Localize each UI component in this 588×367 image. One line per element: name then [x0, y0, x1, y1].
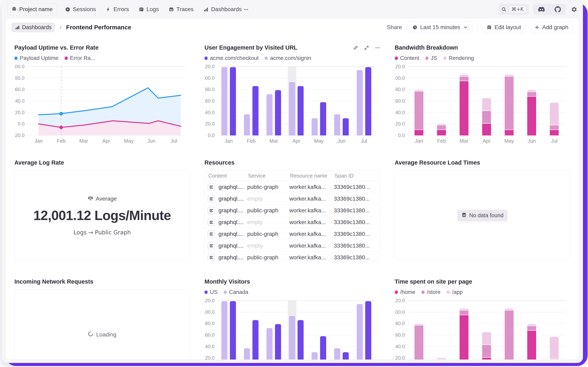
bar-chart-icon — [15, 25, 20, 30]
legend-item[interactable]: /store — [422, 289, 441, 295]
panel-title: Monthly Visitors — [204, 278, 380, 285]
panel-engagement: User Engagement by Visited URL acme.com/… — [204, 36, 380, 144]
nav-more-button[interactable] — [243, 7, 249, 12]
legend-dot — [14, 57, 18, 60]
table-row[interactable]: graphql....public-graphworker.kafka...33… — [205, 228, 380, 240]
project-selector-button[interactable]: Project name — [7, 3, 57, 15]
table-header: ContentServiceResource nameSpan ID — [205, 171, 380, 181]
legend-item[interactable]: /app — [447, 289, 463, 295]
time-spent-stacked-chart[interactable]: 0.020.040.060.080.0100.0120.0JanFebMarAp… — [395, 298, 570, 360]
bolt-icon — [106, 7, 111, 12]
panel-load-times: Average Resource Load Times No data foun… — [395, 144, 570, 260]
nav-item-sessions[interactable]: Sessions — [65, 6, 96, 13]
breadcrumb-dashboards[interactable]: Dashboards — [12, 23, 55, 32]
scale-icon — [88, 195, 93, 202]
panel-resources: Resources ContentServiceResource nameSpa… — [204, 144, 380, 260]
bandwidth-stacked-chart[interactable]: 0.020.040.060.080.0100.0120.0JanFebMarAp… — [395, 64, 570, 144]
spinner-icon — [88, 331, 93, 338]
breadcrumb-chevron-icon — [58, 25, 63, 30]
legend-dot — [265, 57, 268, 60]
panel-network: Incoming Network Requests Loading — [14, 260, 190, 360]
svg-text:Mar: Mar — [79, 138, 88, 144]
file-chart-icon — [461, 212, 467, 218]
legend-item[interactable]: Content — [395, 55, 419, 61]
chevron-down-icon — [463, 25, 468, 30]
github-button[interactable] — [550, 4, 566, 15]
search-icon — [501, 7, 506, 12]
table-row[interactable]: graphql....public-graphworker.kafka...33… — [205, 205, 380, 217]
log-rate-card[interactable]: Average 12,001.12 Logs/Minute Logs → Pub… — [14, 170, 190, 260]
legend-item[interactable]: US — [204, 289, 218, 295]
svg-text:80.0: 80.0 — [205, 87, 215, 92]
legend-item[interactable]: Error Ra... — [65, 55, 95, 61]
panel-time-spent: Time spent on site per page /home/store/… — [395, 260, 570, 360]
clock-icon — [412, 25, 418, 30]
settings-button[interactable] — [571, 6, 577, 13]
svg-text:Jul: Jul — [171, 138, 177, 144]
toolbar-actions: Share Last 15 minutes Edit layout Add gr… — [387, 21, 573, 33]
nav-item-dashboards[interactable]: Dashboards — [203, 6, 242, 13]
network-card: Loading — [14, 290, 190, 360]
dashboard-row-2: Average Log Rate Average 12,001.12 Logs/… — [6, 144, 579, 260]
nav-items: SessionsErrorsLogsTracesDashboards — [65, 6, 242, 13]
nav-item-errors[interactable]: Errors — [106, 6, 129, 13]
legend-item[interactable]: acme.com/checkout — [204, 55, 258, 61]
page-title: Frontend Performance — [66, 24, 131, 31]
table-row[interactable]: graphql....emptyworker.kafka...33369c138… — [205, 240, 380, 252]
svg-text:Mar: Mar — [460, 138, 468, 144]
svg-text:80.0: 80.0 — [205, 321, 215, 326]
log-rate-value: 12,001.12 Logs/Minute — [33, 208, 171, 223]
project-name-label: Project name — [19, 6, 53, 13]
expand-action-button[interactable] — [364, 45, 369, 50]
nav-item-traces[interactable]: Traces — [169, 6, 194, 13]
list-icon — [207, 194, 215, 203]
svg-text:40.0: 40.0 — [395, 344, 405, 349]
discord-button[interactable] — [533, 4, 550, 15]
svg-text:120.0: 120.0 — [395, 298, 405, 303]
panel-log-rate: Average Log Rate Average 12,001.12 Logs/… — [14, 144, 190, 260]
engagement-bar-chart[interactable]: 0.020.040.060.080.0100.0120.0JanFebMarAp… — [204, 64, 380, 144]
legend: Payload UptimeError Ra... — [14, 55, 190, 61]
table-row[interactable]: graphql....emptyworker.kafka...33369c138… — [205, 217, 380, 228]
legend-dot — [425, 57, 429, 60]
svg-text:Feb: Feb — [437, 138, 446, 144]
monthly-bar-chart[interactable]: 0.020.040.060.080.0100.0120.0JanFebMarAp… — [204, 298, 380, 360]
link-action-button[interactable] — [353, 45, 358, 50]
load-times-card: No data found — [395, 170, 570, 260]
legend-item[interactable]: Canada — [224, 289, 248, 295]
search-button[interactable]: ⌘+K — [498, 4, 529, 15]
aggregation-label: Average — [96, 196, 117, 202]
legend-item[interactable]: JS — [425, 55, 437, 61]
share-button[interactable]: Share — [387, 24, 402, 31]
edit-layout-button[interactable]: Edit layout — [482, 21, 526, 33]
time-range-select[interactable]: Last 15 minutes — [408, 21, 473, 33]
link-icon — [353, 45, 358, 50]
top-nav: Project name SessionsErrorsLogsTracesDas… — [2, 0, 583, 18]
page: Project name SessionsErrorsLogsTracesDas… — [0, 0, 588, 367]
legend-dot — [422, 291, 425, 294]
legend-item[interactable]: Payload Uptime — [14, 55, 58, 61]
uptime-line-chart[interactable]: -20.00.020.040.060.080.0100.0JanFebMarAp… — [14, 64, 190, 144]
table-row[interactable]: graphql....public-graphworker.kafka...33… — [205, 252, 380, 260]
layout-icon — [487, 25, 492, 30]
ellipsis-action-button[interactable] — [375, 45, 380, 50]
panel-monthly: Monthly Visitors USCanada 0.020.040.060.… — [204, 260, 380, 360]
table-row[interactable]: graphql....emptyworker.kafka...33369c138… — [205, 193, 380, 205]
panel-bandwidth: Bandwidth Breakdown ContentJSRendering 0… — [395, 36, 570, 144]
add-graph-button[interactable]: Add graph — [530, 21, 573, 33]
nav-item-logs[interactable]: Logs — [139, 6, 159, 13]
legend: USCanada — [204, 289, 380, 295]
chevron-right-icon — [58, 25, 63, 30]
svg-text:60.0: 60.0 — [15, 87, 25, 92]
svg-text:40.0: 40.0 — [15, 98, 25, 104]
ellipsis-icon — [243, 7, 249, 12]
legend-item[interactable]: Rendering — [443, 55, 474, 61]
table-row[interactable]: graphql....public-graphworker.kafka...33… — [205, 181, 380, 193]
svg-text:60.0: 60.0 — [205, 98, 215, 104]
legend-item[interactable]: acme.com/signin — [265, 55, 311, 61]
dashboard-row-3: Incoming Network Requests Loading Monthl… — [6, 260, 579, 360]
legend-item[interactable]: /home — [395, 289, 415, 295]
svg-text:Jan: Jan — [225, 138, 233, 144]
svg-text:Mar: Mar — [269, 138, 278, 144]
svg-text:40.0: 40.0 — [205, 344, 215, 349]
